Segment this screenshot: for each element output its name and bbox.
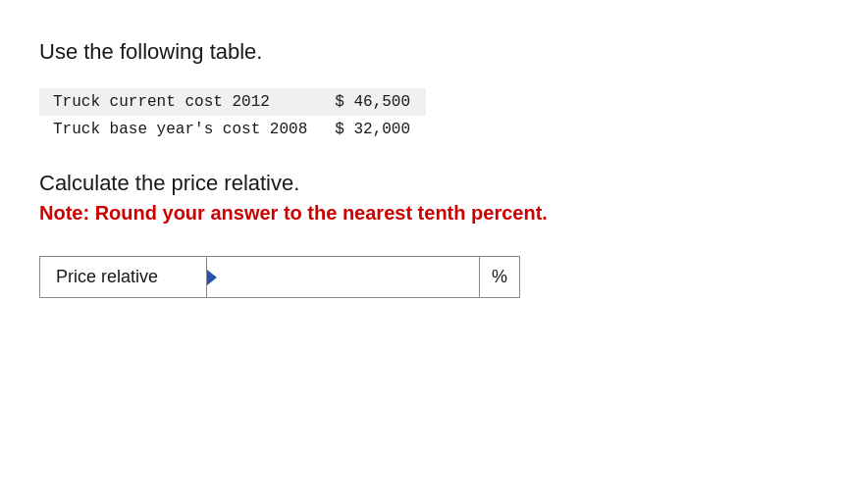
answer-row: Price relative % xyxy=(39,256,520,298)
price-relative-input[interactable] xyxy=(207,259,479,296)
answer-input-wrapper xyxy=(207,257,479,297)
answer-label: Price relative xyxy=(40,257,207,297)
percent-symbol: % xyxy=(479,257,519,297)
table-cell-value-2: $ 32,000 xyxy=(321,116,426,143)
table-row: Truck base year's cost 2008 $ 32,000 xyxy=(39,116,426,143)
input-arrow-icon xyxy=(207,270,217,285)
table-cell-value-1: $ 46,500 xyxy=(321,88,426,116)
calculate-text: Calculate the price relative. xyxy=(39,171,805,196)
instruction-text: Use the following table. xyxy=(39,39,805,65)
table-cell-label-2: Truck base year's cost 2008 xyxy=(39,116,321,143)
table-cell-label-1: Truck current cost 2012 xyxy=(39,88,321,116)
table-row: Truck current cost 2012 $ 46,500 xyxy=(39,88,426,116)
note-text: Note: Round your answer to the nearest t… xyxy=(39,202,805,225)
data-table: Truck current cost 2012 $ 46,500 Truck b… xyxy=(39,88,426,143)
